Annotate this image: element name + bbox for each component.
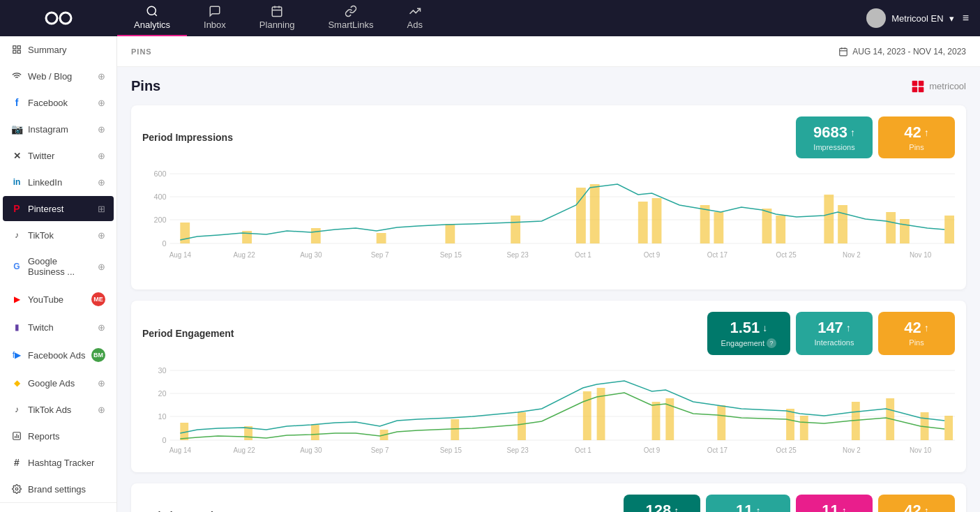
wifi-icon	[11, 70, 22, 82]
linkedin-icon: in	[11, 176, 22, 188]
add-icon[interactable]: ⊕	[98, 262, 105, 272]
date-range-value: AUG 14, 2023 - NOV 14, 2023	[852, 47, 966, 57]
nav-inbox[interactable]: Inbox	[187, 0, 243, 36]
sidebar-item-summary[interactable]: Summary	[3, 37, 114, 62]
saves-badge: 11 ↑ Saves	[796, 495, 873, 512]
sidebar-item-hashtag-tracker[interactable]: # Hashtag Tracker	[3, 450, 114, 475]
svg-point-2	[147, 6, 156, 15]
account-switcher[interactable]: Metricool EN ▾	[866, 8, 953, 28]
add-icon[interactable]: ⊕	[98, 230, 105, 241]
svg-text:Sep 7: Sep 7	[371, 251, 389, 259]
nav-planning[interactable]: Planning	[243, 0, 312, 36]
settings-icon[interactable]: ⊞	[98, 204, 105, 214]
sidebar-item-linkedin[interactable]: in LinkedIn ⊕	[3, 170, 114, 195]
main-content: PINS AUG 14, 2023 - NOV 14, 2023 Pins me…	[117, 36, 980, 512]
facebook-icon: f	[11, 97, 22, 108]
svg-rect-79	[583, 391, 591, 440]
add-icon[interactable]: ⊕	[98, 405, 105, 415]
svg-rect-89	[944, 416, 953, 440]
arrow-up-icon: ↑	[924, 127, 929, 138]
date-range[interactable]: AUG 14, 2023 - NOV 14, 2023	[838, 47, 966, 57]
sidebar-item-pinterest[interactable]: P Pinterest ⊞	[3, 196, 114, 221]
svg-rect-45	[714, 212, 723, 243]
pins-badge-impressions: 42 ↑ Pins	[878, 116, 955, 158]
svg-rect-4	[272, 7, 282, 17]
add-icon[interactable]: ⊕	[98, 322, 105, 333]
svg-rect-39	[511, 216, 520, 243]
add-icon[interactable]: ⊕	[98, 71, 105, 82]
svg-text:Sep 23: Sep 23	[506, 251, 529, 259]
add-icon[interactable]: ⊕	[98, 98, 105, 108]
facebook-ads-icon: f▶	[11, 349, 22, 361]
add-icon[interactable]: ⊕	[98, 378, 105, 389]
svg-line-3	[155, 13, 157, 15]
tiktok-ads-icon: ♪	[11, 404, 22, 415]
svg-text:Aug 30: Aug 30	[300, 251, 322, 259]
logo[interactable]	[0, 11, 117, 25]
arrow-up-icon: ↑	[674, 505, 679, 512]
chart-title-engagement: Period Engagement	[142, 328, 234, 339]
page-header: PINS AUG 14, 2023 - NOV 14, 2023	[117, 36, 980, 67]
sidebar-item-google-business[interactable]: G Google Business ... ⊕	[3, 249, 114, 284]
svg-rect-36	[311, 228, 321, 243]
svg-text:10: 10	[158, 412, 166, 421]
svg-text:0: 0	[163, 436, 167, 444]
twitter-icon: ✕	[11, 150, 22, 161]
main-layout: Summary Web / Blog ⊕ f Facebook ⊕ 📷 Inst…	[0, 36, 980, 512]
svg-point-0	[46, 13, 57, 24]
pin-clicks-badge: 128 ↑ Pin Clicks	[624, 495, 700, 512]
sidebar-item-brand-settings[interactable]: Brand settings	[3, 476, 114, 502]
sidebar-item-facebook-ads[interactable]: f▶ Facebook Ads BM	[3, 341, 114, 369]
sidebar-item-instagram[interactable]: 📷 Instagram ⊕	[3, 116, 114, 142]
nav-analytics[interactable]: Analytics	[117, 0, 187, 36]
sidebar-item-google-ads[interactable]: ◆ Google Ads ⊕	[3, 370, 114, 396]
sidebar-item-twitch[interactable]: ▮ Twitch ⊕	[3, 315, 114, 340]
svg-rect-24	[912, 86, 918, 91]
arrow-up-icon: ↑	[924, 505, 929, 512]
svg-rect-37	[377, 233, 386, 243]
pins-header: Pins metricool	[131, 78, 966, 94]
add-icon[interactable]: ⊕	[98, 151, 105, 161]
hamburger-menu[interactable]: ≡	[963, 12, 969, 24]
svg-text:20: 20	[158, 389, 166, 398]
svg-rect-46	[762, 209, 772, 243]
nav-smartlinks[interactable]: SmartLinks	[311, 0, 390, 36]
svg-text:Oct 1: Oct 1	[575, 251, 591, 259]
sidebar-item-web-blog[interactable]: Web / Blog ⊕	[3, 63, 114, 89]
svg-rect-78	[518, 412, 526, 440]
engagement-chart: 30 20 10 0	[142, 363, 955, 461]
impressions-chart: 600 400 200 0	[142, 167, 955, 278]
interactions-stats: 128 ↑ Pin Clicks 11 ↑ Outbound Clicks	[624, 495, 955, 512]
pinterest-icon: P	[11, 203, 22, 214]
add-icon[interactable]: ⊕	[98, 124, 105, 135]
svg-text:Sep 15: Sep 15	[440, 446, 462, 454]
sidebar-item-tiktok-ads[interactable]: ♪ TikTok Ads ⊕	[3, 397, 114, 422]
svg-rect-83	[717, 405, 725, 440]
pins-badge-interactions: 42 ↑ Pins	[878, 495, 955, 512]
svg-rect-52	[944, 216, 954, 243]
nav-ads[interactable]: Ads	[390, 0, 439, 36]
svg-rect-18	[840, 48, 847, 56]
svg-rect-8	[13, 46, 16, 49]
svg-rect-44	[700, 205, 710, 243]
svg-text:Nov 10: Nov 10	[910, 446, 932, 454]
svg-text:Nov 2: Nov 2	[843, 446, 861, 454]
youtube-badge: ME	[91, 292, 105, 306]
sidebar-item-youtube[interactable]: ▶ YouTube ME	[3, 285, 114, 313]
sidebar-item-tiktok[interactable]: ♪ TikTok ⊕	[3, 223, 114, 248]
sidebar-collapse-button[interactable]: <	[0, 502, 116, 512]
svg-text:Aug 30: Aug 30	[300, 446, 322, 454]
add-icon[interactable]: ⊕	[98, 177, 105, 188]
svg-text:Oct 17: Oct 17	[707, 446, 728, 454]
svg-text:Sep 15: Sep 15	[440, 251, 462, 259]
sidebar-item-reports[interactable]: Reports	[3, 423, 114, 449]
sidebar-item-twitter[interactable]: ✕ Twitter ⊕	[3, 143, 114, 168]
engagement-stats: 1.51 ↓ Engagement ? 147 ↑	[707, 312, 955, 355]
svg-rect-9	[17, 46, 20, 49]
nav-items: Analytics Inbox Planning SmartLinks Ads	[117, 0, 855, 36]
svg-rect-75	[311, 425, 319, 440]
settings-icon	[11, 483, 22, 495]
pins-logo: metricool	[911, 80, 966, 93]
sidebar-item-facebook[interactable]: f Facebook ⊕	[3, 90, 114, 115]
outbound-clicks-badge: 11 ↑ Outbound Clicks	[706, 495, 790, 512]
